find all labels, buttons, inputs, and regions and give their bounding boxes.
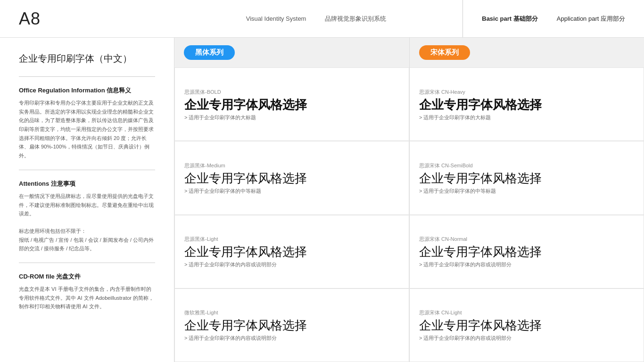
info-text: 专用印刷字体和专用办公字体主要应用于企业文献的正文及实务用品。所选定的字体用以实… xyxy=(19,99,155,160)
divider-1 xyxy=(19,76,155,77)
font-sample-4-left: 企业专用字体风格选择 xyxy=(184,318,399,333)
font-row-3-right: 思源宋体 CN-Normal 企业专用字体风格选择 > 适用于企业印刷字体的内容… xyxy=(409,215,644,288)
left-cat-header: 黑体系列 xyxy=(174,38,409,67)
font-sample-4-right: 企业专用字体风格选择 xyxy=(419,318,634,333)
title-en: Visual Identity System xyxy=(246,15,306,22)
font-sample-3-right: 企业专用字体风格选择 xyxy=(419,245,634,259)
page-number: A8 xyxy=(19,9,170,29)
attentions-text-3: 报纸 / 电视广告 / 宣传 / 包装 / 会议 / 新闻发布会 / 公司内外部… xyxy=(19,236,155,253)
font-sample-1-left: 企业专用字体风格选择 xyxy=(184,98,399,112)
font-row-4-right: 思源宋体 CN-Light 企业专用字体风格选择 > 适用于企业印刷字体的内容或… xyxy=(409,288,644,362)
font-name-2-left: 思源黑体-Medium xyxy=(184,162,399,169)
font-desc-3-left: > 适用于企业印刷字体的内容或说明部分 xyxy=(184,261,399,268)
content-area: 黑体系列 宋体系列 思源黑体-BOLD 企业专用字体风格选择 > 适用于企业印刷… xyxy=(174,38,644,362)
font-name-1-right: 思源宋体 CN-Heavy xyxy=(419,89,634,96)
font-desc-2-left: > 适用于企业印刷字体的中等标题 xyxy=(184,188,399,195)
sidebar: 企业专用印刷字体（中文） Office Regulation Informati… xyxy=(0,38,174,362)
cdrom-text: 光盘文件是本 VI 手册电子文件的集合，内含手册制作时的专用软件格式文件。其中 … xyxy=(19,285,155,311)
info-title: Office Regulation Information 信息释义 xyxy=(19,86,155,95)
font-desc-1-left: > 适用于企业印刷字体的大标题 xyxy=(184,114,399,121)
font-name-4-right: 思源宋体 CN-Light xyxy=(419,309,634,316)
right-cat-header: 宋体系列 xyxy=(409,38,644,67)
font-sample-1-right: 企业专用字体风格选择 xyxy=(419,98,634,112)
right-badge: 宋体系列 xyxy=(419,45,470,60)
cdrom-title: CD-ROM file 光盘文件 xyxy=(19,272,155,281)
header: A8 Visual Identity System 品牌视觉形象识别系统 Bas… xyxy=(0,0,644,38)
header-right: Basic part 基础部分 Application part 应用部分 xyxy=(463,15,625,23)
divider-2 xyxy=(19,170,155,170)
font-sample-3-left: 企业专用字体风格选择 xyxy=(184,245,399,259)
nav-basic[interactable]: Basic part 基础部分 xyxy=(482,15,538,23)
left-badge: 黑体系列 xyxy=(184,45,235,60)
font-name-4-left: 微软雅黑-Light xyxy=(184,309,399,316)
font-desc-4-left: > 适用于企业印刷字体的内容或说明部分 xyxy=(184,335,399,342)
font-desc-3-right: > 适用于企业印刷字体的内容或说明部分 xyxy=(419,261,634,268)
font-name-3-right: 思源宋体 CN-Normal xyxy=(419,236,634,243)
font-desc-2-right: > 适用于企业印刷字体的中等标题 xyxy=(419,188,634,195)
font-name-3-left: 思源黑体-Light xyxy=(184,236,399,243)
header-left: A8 xyxy=(19,9,170,29)
font-name-1-left: 思源黑体-BOLD xyxy=(184,89,399,96)
main-layout: 企业专用印刷字体（中文） Office Regulation Informati… xyxy=(0,38,644,362)
font-sample-2-left: 企业专用字体风格选择 xyxy=(184,171,399,186)
font-row-1-left: 思源黑体-BOLD 企业专用字体风格选择 > 适用于企业印刷字体的大标题 xyxy=(174,67,409,141)
attentions-title: Attentions 注意事项 xyxy=(19,180,155,188)
font-row-1-right: 思源宋体 CN-Heavy 企业专用字体风格选择 > 适用于企业印刷字体的大标题 xyxy=(409,67,644,141)
font-sample-2-right: 企业专用字体风格选择 xyxy=(419,171,634,186)
font-desc-4-right: > 适用于企业印刷字体的内容或说明部分 xyxy=(419,335,634,342)
font-name-2-right: 思源宋体 CN-SemiBold xyxy=(419,162,634,169)
font-row-2-right: 思源宋体 CN-SemiBold 企业专用字体风格选择 > 适用于企业印刷字体的… xyxy=(409,141,644,214)
font-row-4-left: 微软雅黑-Light 企业专用字体风格选择 > 适用于企业印刷字体的内容或说明部… xyxy=(174,288,409,362)
divider-3 xyxy=(19,263,155,263)
font-desc-1-right: > 适用于企业印刷字体的大标题 xyxy=(419,114,634,121)
header-center: Visual Identity System 品牌视觉形象识别系统 xyxy=(170,0,463,37)
font-row-3-left: 思源黑体-Light 企业专用字体风格选择 > 适用于企业印刷字体的内容或说明部… xyxy=(174,215,409,288)
attentions-text-1: 在一般情况下使用品牌标志，应尽量使用提供的光盘电子文件，不建议使用标准制图绘制标… xyxy=(19,192,155,218)
title-cn: 品牌视觉形象识别系统 xyxy=(325,15,386,23)
font-row-2-left: 思源黑体-Medium 企业专用字体风格选择 > 适用于企业印刷字体的中等标题 xyxy=(174,141,409,214)
sidebar-title: 企业专用印刷字体（中文） xyxy=(19,52,155,65)
attentions-text-2: 标志使用环境包括但不限于： xyxy=(19,227,155,236)
nav-application[interactable]: Application part 应用部分 xyxy=(557,15,625,23)
